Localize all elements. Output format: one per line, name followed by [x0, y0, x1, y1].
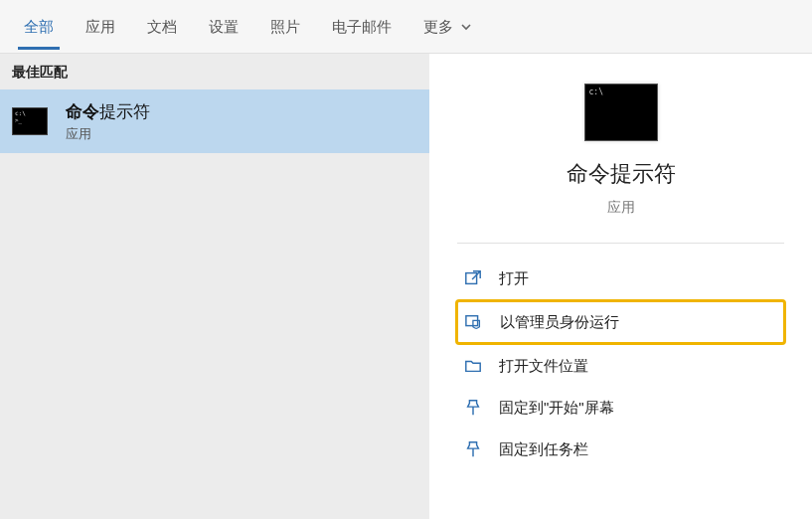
- action-open[interactable]: 打开: [455, 258, 786, 299]
- tab-settings-label: 设置: [209, 18, 239, 35]
- result-command-prompt[interactable]: 命令提示符 应用: [0, 89, 429, 153]
- action-pin-to-taskbar[interactable]: 固定到任务栏: [455, 429, 786, 470]
- results-panel: 最佳匹配 命令提示符 应用: [0, 54, 429, 519]
- tab-apps-label: 应用: [85, 18, 115, 35]
- actions-list: 打开 以管理员身份运行 打开文件位置 固定到"开始"屏幕: [429, 254, 812, 474]
- tab-photos[interactable]: 照片: [254, 4, 316, 49]
- result-title-highlight: 命令: [66, 102, 99, 121]
- section-header-best-match: 最佳匹配: [0, 54, 429, 89]
- pin-start-icon: [463, 398, 483, 418]
- tab-all[interactable]: 全部: [8, 4, 70, 49]
- tab-settings[interactable]: 设置: [193, 4, 254, 49]
- tab-email-label: 电子邮件: [332, 18, 392, 35]
- tab-docs-label: 文档: [147, 18, 177, 35]
- preview-panel: 命令提示符 应用 打开 以管理员身份运行 打开文件位置: [429, 54, 812, 519]
- pin-taskbar-icon: [463, 439, 483, 459]
- tab-more[interactable]: 更多: [407, 4, 487, 49]
- folder-icon: [463, 356, 483, 376]
- action-run-as-admin-label: 以管理员身份运行: [500, 313, 619, 332]
- action-open-label: 打开: [499, 269, 529, 288]
- tab-all-label: 全部: [24, 18, 54, 35]
- open-icon: [463, 268, 483, 288]
- action-run-as-admin[interactable]: 以管理员身份运行: [455, 299, 786, 345]
- chevron-down-icon: [461, 18, 471, 35]
- tab-more-label: 更多: [423, 18, 453, 35]
- cmd-icon: [12, 107, 48, 135]
- action-open-file-location[interactable]: 打开文件位置: [455, 345, 786, 387]
- tab-apps[interactable]: 应用: [70, 4, 131, 49]
- action-pin-to-taskbar-label: 固定到任务栏: [499, 440, 588, 459]
- tab-email[interactable]: 电子邮件: [316, 4, 407, 49]
- result-subtitle: 应用: [66, 125, 150, 143]
- result-text: 命令提示符 应用: [66, 100, 150, 143]
- preview-title: 命令提示符: [567, 159, 676, 189]
- action-pin-to-start-label: 固定到"开始"屏幕: [499, 399, 614, 418]
- preview-subtitle: 应用: [607, 199, 635, 217]
- tab-photos-label: 照片: [270, 18, 300, 35]
- cmd-icon-large: [584, 84, 658, 141]
- result-title-rest: 提示符: [99, 102, 150, 121]
- action-pin-to-start[interactable]: 固定到"开始"屏幕: [455, 387, 786, 429]
- tab-docs[interactable]: 文档: [131, 4, 193, 49]
- search-filter-tabs: 全部 应用 文档 设置 照片 电子邮件 更多: [0, 0, 812, 54]
- divider: [457, 243, 784, 244]
- action-open-file-location-label: 打开文件位置: [499, 357, 588, 376]
- result-title: 命令提示符: [66, 100, 150, 123]
- run-as-admin-icon: [464, 312, 484, 332]
- svg-rect-0: [466, 273, 477, 284]
